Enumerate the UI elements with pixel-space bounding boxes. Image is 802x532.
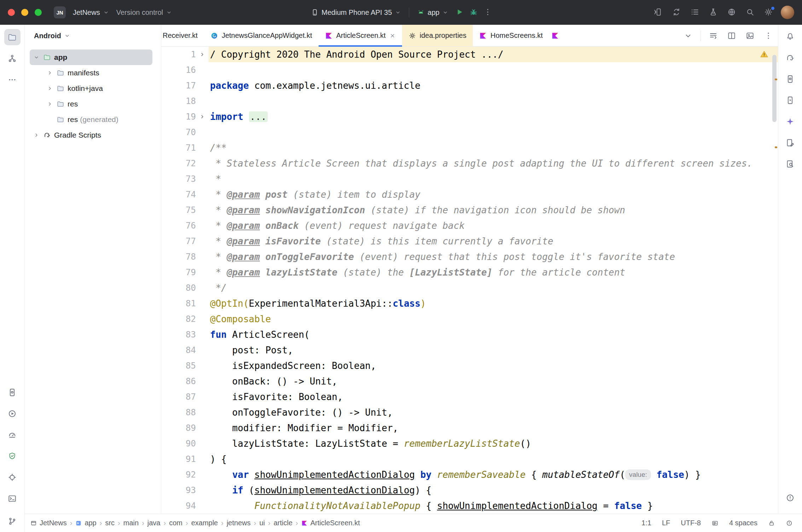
running-devices-button[interactable]: [782, 92, 798, 108]
line-number[interactable]: 17: [161, 78, 196, 93]
gradle-sync-button[interactable]: [670, 5, 683, 20]
tree-item-kotlin-java[interactable]: kotlin+java: [30, 81, 152, 96]
indent-guides-button[interactable]: [711, 520, 719, 527]
line-number[interactable]: 80: [161, 280, 196, 296]
search-button[interactable]: [743, 5, 757, 20]
line-number[interactable]: 94: [161, 498, 196, 514]
more-run-actions-button[interactable]: [481, 5, 495, 20]
breadcrumb-jetnews[interactable]: jetnews: [227, 519, 251, 527]
device-manager-button[interactable]: [4, 384, 21, 400]
profiler-button[interactable]: [4, 427, 21, 443]
gemini-button[interactable]: [782, 113, 798, 129]
code-line[interactable]: 82@Composable: [161, 311, 778, 327]
resource-manager-button[interactable]: [4, 50, 21, 66]
code-line[interactable]: 89 modifier: Modifier = Modifier,: [161, 420, 778, 436]
code-line[interactable]: 80 */: [161, 280, 778, 296]
code-line[interactable]: 19import ...: [161, 109, 778, 125]
code-line[interactable]: 87 isFavorite: Boolean,: [161, 389, 778, 405]
line-number[interactable]: 76: [161, 218, 196, 233]
project-view-selector[interactable]: Android: [25, 25, 161, 47]
code-line[interactable]: 79 * @param lazyListState (state) the [L…: [161, 265, 778, 280]
breadcrumb-java[interactable]: java: [147, 519, 161, 527]
line-number[interactable]: 86: [161, 374, 196, 389]
breadcrumb-app[interactable]: app: [75, 519, 96, 527]
line-number[interactable]: 93: [161, 482, 196, 498]
line-number[interactable]: 73: [161, 171, 196, 187]
code-line[interactable]: 81@OptIn(ExperimentalMaterial3Api::class…: [161, 296, 778, 311]
code-line[interactable]: 74 * @param post (state) item to display: [161, 187, 778, 202]
run-button[interactable]: [4, 405, 21, 422]
line-number[interactable]: 19: [161, 109, 196, 125]
line-number[interactable]: 84: [161, 342, 196, 358]
line-number[interactable]: 79: [161, 265, 196, 280]
code-line[interactable]: 71/**: [161, 140, 778, 156]
code-line[interactable]: 84 post: Post,: [161, 342, 778, 358]
device-selector[interactable]: Medium Phone API 35: [307, 6, 405, 19]
code-line[interactable]: 91) {: [161, 451, 778, 467]
code-line[interactable]: 78 * @param onToggleFavorite (event) req…: [161, 249, 778, 265]
fold-toggle-icon[interactable]: [196, 114, 209, 120]
code-editor[interactable]: 1/ Copyright 2020 The Android Open Sourc…: [161, 47, 778, 514]
terminal-button[interactable]: [4, 490, 21, 507]
breadcrumb-com[interactable]: com: [169, 519, 182, 527]
run-config-selector[interactable]: app: [413, 6, 452, 19]
more-tool-windows-button[interactable]: [4, 71, 21, 88]
code-line[interactable]: 16: [161, 62, 778, 78]
line-separator[interactable]: LF: [662, 519, 670, 527]
list-view-button[interactable]: [707, 30, 719, 42]
line-number[interactable]: 77: [161, 233, 196, 249]
file-encoding[interactable]: UTF-8: [681, 519, 701, 527]
tree-item-res-generated[interactable]: res(generated): [30, 112, 152, 127]
app-quality-button[interactable]: [4, 448, 21, 464]
fold-toggle-icon[interactable]: [196, 51, 209, 58]
line-number[interactable]: 75: [161, 202, 196, 218]
debug-button[interactable]: [467, 5, 481, 20]
inspections-warning-icon[interactable]: [760, 50, 769, 59]
code-line[interactable]: 77 * @param isFavorite (state) is this i…: [161, 233, 778, 249]
tab-idea-properties[interactable]: idea.properties: [402, 25, 473, 46]
tree-chevron-icon[interactable]: [33, 132, 43, 138]
breadcrumb-main[interactable]: main: [123, 519, 139, 527]
code-line[interactable]: 92 var showUnimplementedActionDialog by …: [161, 467, 778, 482]
vcs-widget[interactable]: Version control: [113, 6, 176, 19]
code-line[interactable]: 73 *: [161, 171, 778, 187]
tab-receiver-kt[interactable]: Receiver.kt: [161, 25, 204, 46]
minimize-window-button[interactable]: [21, 9, 28, 16]
breadcrumb-src[interactable]: src: [105, 519, 115, 527]
caret-position[interactable]: 1:1: [641, 519, 651, 527]
tree-chevron-icon[interactable]: [46, 85, 57, 92]
device-mirroring-button[interactable]: [651, 5, 665, 20]
line-number[interactable]: 78: [161, 249, 196, 265]
code-line[interactable]: 85 isExpandedScreen: Boolean,: [161, 358, 778, 374]
line-number[interactable]: 85: [161, 358, 196, 374]
breadcrumb-example[interactable]: example: [191, 519, 218, 527]
line-number[interactable]: 92: [161, 467, 196, 482]
code-line[interactable]: 18: [161, 93, 778, 109]
line-number[interactable]: 87: [161, 389, 196, 405]
code-line[interactable]: 75 * @param showNavigationIcon (state) i…: [161, 202, 778, 218]
split-editor-button[interactable]: [726, 30, 738, 42]
app-inspection-button[interactable]: [4, 469, 21, 485]
code-line[interactable]: 70: [161, 125, 778, 140]
line-number[interactable]: 90: [161, 436, 196, 451]
line-number[interactable]: 74: [161, 187, 196, 202]
line-number[interactable]: 82: [161, 311, 196, 327]
tab-homescreens-kt[interactable]: HomeScreens.kt: [473, 25, 549, 46]
user-avatar[interactable]: [781, 6, 794, 19]
line-number[interactable]: 71: [161, 140, 196, 156]
error-circle-button[interactable]: [786, 520, 793, 527]
code-line[interactable]: 1/ Copyright 2020 The Android Open Sourc…: [161, 47, 778, 62]
tree-item-manifests[interactable]: manifests: [30, 65, 152, 81]
settings-button[interactable]: [762, 5, 775, 20]
line-number[interactable]: 88: [161, 405, 196, 420]
line-number[interactable]: 16: [161, 62, 196, 78]
tree-chevron-icon[interactable]: [46, 101, 57, 107]
breadcrumb-ui[interactable]: ui: [259, 519, 265, 527]
edit-file-button[interactable]: [782, 134, 798, 151]
image-preview-button[interactable]: [744, 30, 756, 42]
close-tab-icon[interactable]: [389, 33, 396, 39]
notifications-button[interactable]: [782, 28, 798, 45]
code-line[interactable]: 76 * @param onBack (event) request navig…: [161, 218, 778, 233]
code-line[interactable]: 88 onToggleFavorite: () -> Unit,: [161, 405, 778, 420]
device-manager-button[interactable]: [782, 71, 798, 87]
